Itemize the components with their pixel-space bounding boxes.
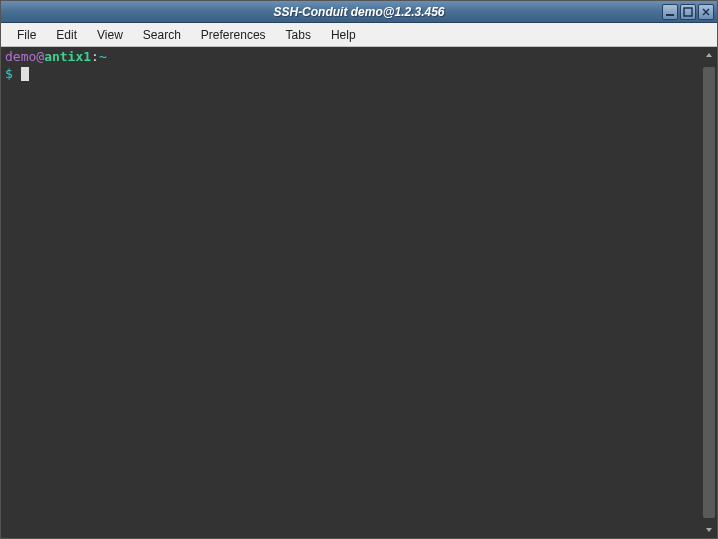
menu-help[interactable]: Help bbox=[321, 25, 366, 45]
menu-edit[interactable]: Edit bbox=[46, 25, 87, 45]
menu-tabs[interactable]: Tabs bbox=[276, 25, 321, 45]
terminal-cursor bbox=[21, 67, 29, 81]
prompt-symbol: $ bbox=[5, 66, 21, 81]
titlebar[interactable]: SSH-Conduit demo@1.2.3.456 bbox=[1, 1, 717, 23]
maximize-button[interactable] bbox=[680, 4, 696, 20]
scroll-down-button[interactable] bbox=[701, 522, 717, 538]
menubar: File Edit View Search Preferences Tabs H… bbox=[1, 23, 717, 47]
scroll-up-button[interactable] bbox=[701, 47, 717, 63]
prompt-path: ~ bbox=[99, 49, 107, 64]
terminal[interactable]: demo@antix1:~ $ bbox=[1, 47, 701, 538]
svg-rect-0 bbox=[666, 14, 674, 16]
menu-view[interactable]: View bbox=[87, 25, 133, 45]
terminal-area: demo@antix1:~ $ bbox=[1, 47, 717, 538]
chevron-up-icon bbox=[705, 51, 713, 59]
minimize-button[interactable] bbox=[662, 4, 678, 20]
menu-file[interactable]: File bbox=[7, 25, 46, 45]
terminal-window: SSH-Conduit demo@1.2.3.456 File Edit Vie… bbox=[0, 0, 718, 539]
terminal-scrollbar[interactable] bbox=[701, 47, 717, 538]
menu-preferences[interactable]: Preferences bbox=[191, 25, 276, 45]
window-controls bbox=[662, 4, 714, 20]
close-button[interactable] bbox=[698, 4, 714, 20]
prompt-host: antix1 bbox=[44, 49, 91, 64]
prompt-user: demo bbox=[5, 49, 36, 64]
menu-search[interactable]: Search bbox=[133, 25, 191, 45]
prompt-at: @ bbox=[36, 49, 44, 64]
chevron-down-icon bbox=[705, 526, 713, 534]
svg-rect-1 bbox=[684, 8, 692, 16]
window-title: SSH-Conduit demo@1.2.3.456 bbox=[273, 5, 444, 19]
scrollbar-thumb[interactable] bbox=[703, 67, 715, 518]
prompt-colon: : bbox=[91, 49, 99, 64]
